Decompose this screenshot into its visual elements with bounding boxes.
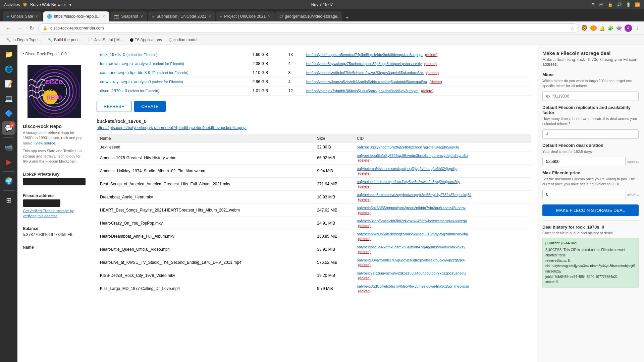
bucket-file-delete-link[interactable]: (delete) [358,250,371,254]
upper-file-name-link[interactable]: camirand-crypto-tips-btc-8-9-21 [100,70,156,75]
tab-gnosis[interactable]: ● Gnosis Safe ✕ [3,11,42,21]
bucket-file-cid-link[interactable]: bafybeib3sapf6mcsickh3kh2zkvbxoki456ftwb… [357,219,467,223]
back-button[interactable]: ← [4,23,13,33]
bucket-file-cid-link[interactable]: bafybeigoac5a45ljfmx6hzm2n5zjltxoh47ej4q… [357,245,465,249]
bucket-file-cid-link[interactable]: bafybeihcko6ruxnekkvdzegybxxwxxgqit2m55o… [357,193,472,197]
bucket-file-delete-link[interactable]: (delete) [358,224,371,228]
sys-files-icon[interactable]: 📁 [2,48,15,61]
url-bar[interactable]: 🔒 disco-rock-repo.onrender.com ☆ [38,23,579,33]
upper-file-cid-link[interactable]: href:bafybeifmqrytzra5emdeul74plbd5hgck4… [306,53,423,57]
bucket-file-cid-link[interactable]: bafybeih5qk63f35gggou6yvo2geoc2nfkfdg7yf… [357,206,466,210]
sys-terminal-icon[interactable]: 💻 [2,92,15,105]
bucket-file-cid-link[interactable]: bafybeiblk4r4diaxidfqr4fanx7ety5ck6c2wwi… [357,180,461,184]
app-header-link[interactable]: • Disco-Rock Repo 1.0.0 [23,52,67,56]
activities-label[interactable]: Activities [4,2,20,7]
sys-text-icon[interactable]: 📝 [2,77,15,90]
tab-submission-close[interactable]: ✕ [208,14,211,19]
bucket-file-delete-link[interactable]: (delete) [358,184,371,188]
upper-file-cid-link[interactable]: href:bafybeicIw3xunzu5zlbhdk66mrIjsf6rhl… [306,80,427,84]
rs-maxprice-desc: Set the maximum Filecoin price you're wi… [542,177,639,187]
bookmark-icon[interactable]: ☆ [570,25,575,31]
bookmark-zodiac[interactable]: ⬡ zodiac-modul... [167,37,203,43]
brave-notifications-icon[interactable]: 🔔 [599,25,605,31]
bucket-file-cid-link[interactable]: bafybeiemnf4slimlnexxnslspblpngf2jvg2vfu… [357,167,458,171]
bucket-file-cid-link[interactable]: bafybeig3gdfc5frets5lecm4hle546ixy5mselg… [357,284,469,288]
tab-add-button[interactable]: + [343,14,351,21]
tab-project[interactable]: ● Project | UniCode 2021 ✕ [216,11,275,21]
upper-file-name-link[interactable]: rock_1970s_0 [100,52,125,57]
bucket-file-cid-link[interactable]: bafybeic2stczuiuvpznuhv2dkosz53la4cuhpc6… [357,271,466,275]
upper-file-delete-link[interactable]: (delete) [430,80,442,84]
get-verified-link[interactable]: Get verified Filecoin storage by verifyi… [23,209,74,218]
dropdown-icon[interactable]: ▼ [69,3,72,7]
make-deal-button[interactable]: MAKE FILECOIN STORAGE DEAL [542,204,639,216]
upper-file-name-link[interactable]: crown_ray_crypto_analysis0 [100,79,151,84]
forward-button[interactable]: → [15,23,25,33]
bucket-file-cid-link[interactable]: bafybeihnhkdun5riIr3hIwsqzamIk2wkrlaquu1… [357,232,468,236]
brave-rewards-icon[interactable]: 🦁 [581,25,588,31]
upper-file-select-link[interactable]: (select for Filecoin) [153,62,184,66]
bucket-file-delete-link[interactable]: (delete) [358,171,371,175]
bucket-file-cid-link[interactable]: bafybeideoq6ibfolky6526wpl6hwotm3braxbmt… [357,154,468,158]
brave-shield-icon[interactable]: 🛡 [590,25,597,31]
profile-icon[interactable]: A [625,24,632,32]
bookmark-t6[interactable]: ⬤ T6 Applications [128,37,164,43]
tab-submission[interactable]: ● Submission | UniCode 2021 ✕ [148,11,215,21]
sys-discord-icon[interactable]: 💬 3 [2,121,15,135]
miner-input[interactable] [542,92,639,101]
deal-active-status: retrieveStatus: 5 [545,258,636,263]
extensions-icon[interactable]: 🧩 [608,25,613,31]
upper-file-delete-link[interactable]: (delete) [426,71,439,75]
bookmark-indepth[interactable]: 🔧 In-Depth Type... [4,37,43,43]
tab-project-close[interactable]: ✕ [268,14,271,19]
brave-wallet-icon[interactable]: 👾 [616,25,622,31]
sys-vscode-icon[interactable]: 🔷 [2,107,15,120]
upper-file-name-link[interactable]: tom_crown_crypto_analysis1 [100,61,152,66]
bucket-file-delete-link[interactable]: (delete) [358,158,371,162]
upper-file-select-link[interactable]: (select for Filecoin) [126,53,158,57]
bucket-file-row: Dreamboat_Annie_Heart.mkv 10.93 MiB bafy… [97,191,531,204]
upper-file-select-link[interactable]: (select for Filecoin) [157,71,189,75]
bucket-file-delete-link[interactable]: (delete) [358,263,371,267]
sys-zoom-icon[interactable]: 📹 [2,140,15,154]
tab-georgemac[interactable]: ⬡ georgemac510/video-storage... ✕ [275,11,342,21]
tab-snapshot-close[interactable]: ✕ [140,14,143,19]
tab-snapshot[interactable]: 📸 Snapshot ✕ [110,11,147,21]
duration-input[interactable] [542,157,626,166]
upper-file-delete-link[interactable]: (delete) [421,89,433,93]
bucket-file-delete-link[interactable]: (delete) [358,276,371,280]
menu-icon[interactable]: ⋮ [635,25,640,31]
upper-file-cid-link[interactable]: href:bafybeiajak7slqdbh2jl6bylo5juqut5on… [306,89,419,93]
tab-disco-close[interactable]: ✕ [102,14,105,19]
bucket-file-delete-link[interactable]: (delete) [358,237,371,241]
tab-disco[interactable]: 🌐 https://disco-rock-repo.o... ✕ [43,11,110,21]
sys-apps-grid-icon[interactable]: ⊞ [2,193,15,207]
bucket-file-cid-link[interactable]: bafkreic3qtzy7hbcth5rI2t6jt2etlbb2xroon7… [357,145,459,149]
app-logo-svg: DISCO ROCK REPO [28,65,81,118]
upper-file-count-cell: 13 [285,50,303,59]
refresh-button[interactable]: REFRESH [97,101,131,112]
sys-browser-icon[interactable]: 🌐 [2,62,15,76]
upper-file-select-link[interactable]: (select for Filecoin) [152,80,183,84]
bucket-cid-link[interactable]: https://ipfs.io/ipfs/bafybeifmqrytzra5em… [97,125,531,130]
reload-button[interactable]: ↻ [27,23,36,33]
view-source-link[interactable]: (view source) [35,141,56,145]
upper-file-delete-link[interactable]: (delete) [424,62,437,66]
create-button[interactable]: CREATE [134,101,166,112]
upper-file-name-link[interactable]: disco_1970s_0 [100,88,127,93]
upper-file-cid-link[interactable]: href:bafybeib4lvw6h4n67hje5nbveru2wzsr2i… [306,71,424,75]
upper-file-cid-link[interactable]: href:bafybeie5hywxkmgz75uehntraglecn32g6… [306,62,422,66]
bookmark-build[interactable]: 🔧 Build the port... [46,37,83,43]
upper-file-select-link[interactable]: (select for Filecoin) [128,89,159,93]
bucket-file-delete-link[interactable]: (delete) [358,210,371,215]
replication-input[interactable] [542,129,639,139]
tab-gnosis-close[interactable]: ✕ [35,14,38,19]
bucket-file-cid-link[interactable]: bafybeig334tyr5odh27uvgugoybscqtuxp5vfss… [357,258,465,262]
bookmark-js[interactable]: 📄 JavaScript | M... [86,37,125,43]
sys-music-icon[interactable]: ▶ [2,155,15,169]
sys-chrome-icon[interactable]: 🌍 [2,174,15,188]
bucket-file-delete-link[interactable]: (delete) [358,197,371,201]
upper-file-delete-link[interactable]: (delete) [425,53,437,57]
bucket-file-delete-link[interactable]: (delete) [358,289,371,293]
maxprice-input[interactable] [542,190,626,199]
